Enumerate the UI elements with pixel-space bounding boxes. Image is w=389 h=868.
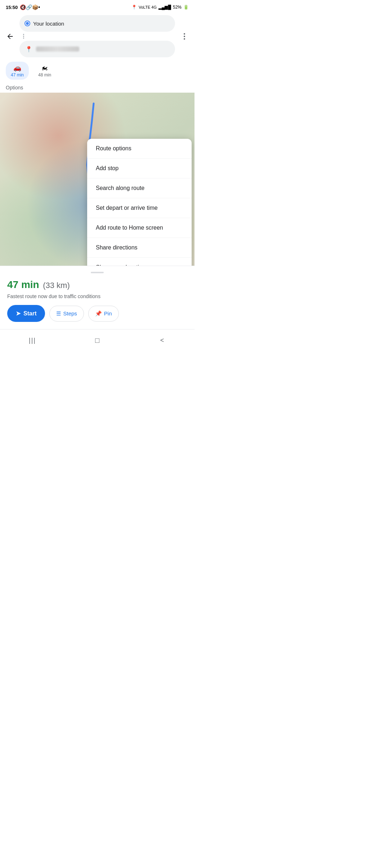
moto-time: 48 min — [38, 72, 51, 78]
battery-percent: 52% — [173, 5, 182, 10]
back-nav-icon: < — [160, 337, 164, 344]
route-time: 47 min — [7, 279, 39, 290]
back-button[interactable] — [4, 30, 17, 43]
location-icon: 📍 — [131, 5, 137, 10]
menu-item-add-route-home[interactable]: Add route to Home screen — [87, 218, 192, 238]
action-buttons: ➤ Start ☰ Steps 📌 Pin — [7, 305, 187, 322]
origin-dot — [25, 21, 30, 26]
start-label: Start — [23, 310, 36, 317]
recent-apps-icon: ||| — [29, 337, 36, 344]
menu-item-set-depart-time[interactable]: Set depart or arrive time — [87, 198, 192, 218]
sheet-handle — [91, 272, 104, 273]
tab-moto[interactable]: 🏍 48 min — [33, 62, 56, 80]
menu-item-route-options[interactable]: Route options — [87, 139, 192, 159]
battery-icon: 🔋 — [183, 5, 189, 10]
three-dots-icon — [184, 33, 185, 40]
options-label: Options — [0, 82, 194, 93]
home-button[interactable]: □ — [89, 334, 105, 347]
steps-label: Steps — [63, 310, 77, 316]
recent-apps-button[interactable]: ||| — [24, 334, 40, 347]
origin-input[interactable]: Your location — [19, 15, 175, 32]
navigate-icon: ➤ — [16, 310, 21, 317]
dropdown-menu: Route options Add stop Search along rout… — [87, 139, 192, 266]
bottom-sheet: 47 min (33 km) Fastest route now due to … — [0, 266, 194, 329]
network-bars: ▂▄▆█ — [158, 5, 171, 10]
destination-text-blurred — [36, 46, 79, 52]
transport-tabs: 🚗 47 min 🏍 48 min — [0, 59, 194, 82]
pin-button[interactable]: 📌 Pin — [88, 306, 119, 322]
menu-item-share-location[interactable]: Share your location — [87, 258, 192, 266]
home-icon: □ — [95, 336, 99, 345]
back-nav-button[interactable]: < — [154, 334, 170, 347]
signal-icon: VoLTE 4G — [139, 5, 157, 9]
start-button[interactable]: ➤ Start — [7, 305, 45, 322]
menu-item-search-along-route[interactable]: Search along route — [87, 178, 192, 198]
car-icon: 🚗 — [13, 64, 21, 72]
pin-icon-btn: 📌 — [95, 310, 102, 317]
route-summary: 47 min (33 km) — [7, 279, 187, 291]
menu-item-add-stop[interactable]: Add stop — [87, 159, 192, 178]
time-display: 15:50 — [6, 5, 18, 10]
tab-car[interactable]: 🚗 47 min — [6, 62, 29, 80]
more-options-button[interactable] — [178, 30, 191, 43]
status-time: 15:50 🔇🔗📦• — [6, 4, 40, 10]
map-area[interactable]: Route options Add stop Search along rout… — [0, 93, 194, 266]
nav-bar: ||| □ < — [0, 329, 194, 353]
status-bar: 15:50 🔇🔗📦• 📍 VoLTE 4G ▂▄▆█ 52% 🔋 — [0, 0, 194, 13]
route-distance: (33 km) — [43, 281, 70, 290]
destination-pin-icon: 📍 — [25, 46, 32, 53]
search-bar-container: Your location 📍 — [19, 15, 175, 57]
destination-input[interactable]: 📍 — [19, 41, 175, 57]
status-right: 📍 VoLTE 4G ▂▄▆█ 52% 🔋 — [131, 5, 189, 10]
pin-label: Pin — [104, 310, 112, 316]
car-time: 47 min — [11, 72, 24, 78]
connector-dots — [23, 33, 24, 39]
menu-item-share-directions[interactable]: Share directions — [87, 238, 192, 258]
status-icons: 🔇🔗📦• — [20, 4, 40, 10]
steps-icon: ☰ — [56, 310, 61, 317]
origin-text: Your location — [33, 21, 64, 27]
steps-button[interactable]: ☰ Steps — [49, 306, 84, 322]
route-description: Fastest route now due to traffic conditi… — [7, 293, 187, 299]
top-nav: Your location 📍 — [0, 13, 194, 59]
moto-icon: 🏍 — [41, 64, 48, 72]
